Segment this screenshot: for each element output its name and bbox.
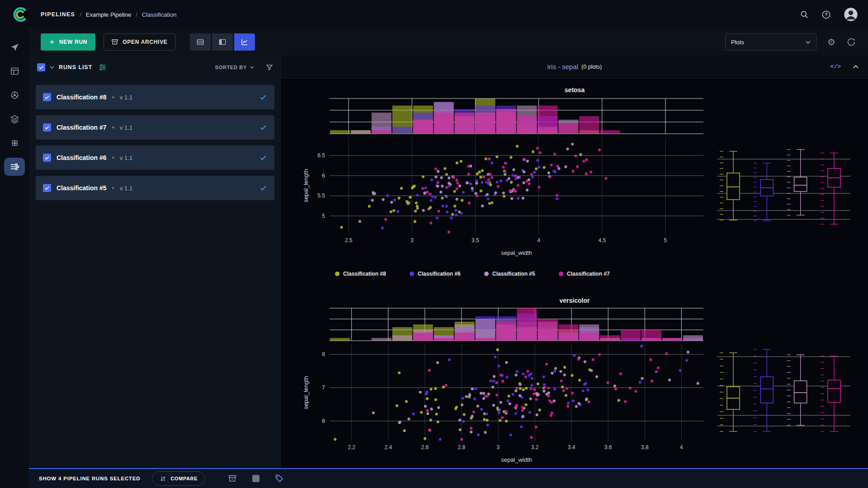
svg-text:Classification #5: Classification #5: [492, 271, 535, 277]
chart-setosa[interactable]: 55.566.52.533.544.55sepal_widthsepal_len…: [294, 80, 855, 290]
svg-text:2.8: 2.8: [458, 444, 466, 450]
svg-text:setosa: setosa: [565, 86, 585, 94]
run-list-item[interactable]: Classification #7 ● v 1.1: [36, 115, 274, 140]
chart-view-toggle[interactable]: [234, 33, 255, 51]
auto-refresh-icon[interactable]: [846, 37, 856, 47]
clearml-logo[interactable]: [10, 5, 30, 24]
breadcrumb: PIPELINES / Example Pipeline / Classific…: [41, 11, 176, 18]
run-version: v 1.1: [120, 124, 132, 131]
table-view-toggle[interactable]: [190, 33, 211, 51]
plots-dropdown-value: Plots: [731, 39, 744, 46]
search-icon[interactable]: [800, 10, 809, 19]
run-separator-dot: ●: [112, 186, 114, 190]
compare-button[interactable]: COMPARE: [152, 471, 205, 486]
run-checkbox[interactable]: [43, 93, 51, 101]
svg-text:Classification #7: Classification #7: [567, 271, 610, 277]
breadcrumb-pipeline[interactable]: Classification: [142, 11, 177, 18]
settings-gear-icon[interactable]: ⚙: [827, 38, 835, 47]
plots-group-count: (0 plots): [581, 64, 602, 70]
compare-label: COMPARE: [170, 476, 198, 481]
run-selected-check-icon: [259, 154, 267, 162]
svg-text:5: 5: [322, 213, 325, 219]
abort-selected-icon[interactable]: [252, 475, 259, 482]
run-selected-check-icon: [259, 184, 267, 192]
plots-area: iris - sepal (0 plots) </> 55.566.52.533…: [281, 55, 868, 468]
runs-panel: RUNS LIST SORTED BY Classification #8 ● …: [29, 55, 281, 468]
sorted-by-control[interactable]: SORTED BY: [215, 65, 254, 70]
chevron-down-icon: [806, 41, 811, 44]
svg-text:Classification #8: Classification #8: [343, 271, 386, 277]
run-label: Classification #7: [57, 124, 107, 131]
svg-text:3.6: 3.6: [604, 444, 612, 450]
sidebar-item-projects[interactable]: [4, 38, 25, 56]
top-header: PIPELINES / Example Pipeline / Classific…: [0, 0, 868, 29]
selected-runs-info[interactable]: SHOW 4 PIPELINE RUNS SELECTED: [39, 476, 140, 481]
breadcrumb-separator: /: [136, 11, 137, 18]
customize-columns-icon[interactable]: [99, 63, 107, 71]
run-selected-check-icon: [259, 93, 267, 101]
svg-text:4: 4: [680, 444, 683, 450]
sorted-by-label: SORTED BY: [215, 65, 247, 70]
runs-panel-header: RUNS LIST SORTED BY: [29, 55, 281, 80]
sidebar-item-datasets[interactable]: [4, 110, 25, 128]
selection-footer: SHOW 4 PIPELINE RUNS SELECTED COMPARE: [29, 468, 868, 488]
embed-code-icon[interactable]: </>: [830, 63, 841, 70]
run-label: Classification #5: [57, 184, 107, 192]
select-all-checkbox[interactable]: [37, 63, 45, 71]
svg-text:3.8: 3.8: [641, 444, 649, 450]
breadcrumb-pipelines[interactable]: PIPELINES: [41, 11, 75, 18]
sidebar-item-dashboard[interactable]: [4, 62, 25, 80]
svg-text:2.2: 2.2: [348, 444, 355, 450]
svg-text:?: ?: [825, 12, 827, 17]
new-run-button[interactable]: NEW RUN: [41, 33, 95, 51]
svg-text:2.6: 2.6: [421, 444, 429, 450]
plots-group-header: iris - sepal (0 plots) </>: [281, 55, 868, 79]
split-view-toggle[interactable]: [212, 33, 233, 51]
run-separator-dot: ●: [112, 155, 114, 160]
help-icon[interactable]: ?: [821, 10, 831, 19]
svg-text:4.5: 4.5: [598, 237, 606, 244]
run-list-item[interactable]: Classification #5 ● v 1.1: [36, 176, 274, 200]
run-label: Classification #8: [57, 94, 107, 101]
run-separator-dot: ●: [112, 95, 114, 99]
svg-text:5.5: 5.5: [317, 192, 325, 199]
plots-dropdown[interactable]: Plots: [725, 33, 816, 51]
user-avatar[interactable]: [844, 7, 858, 22]
svg-text:7: 7: [322, 385, 325, 391]
svg-text:sepal_length: sepal_length: [302, 169, 309, 202]
run-checkbox[interactable]: [43, 154, 51, 162]
archive-icon: [111, 38, 118, 46]
collapse-chevron-icon[interactable]: [853, 65, 859, 69]
filter-icon[interactable]: [266, 64, 273, 71]
app-root: PIPELINES / Example Pipeline / Classific…: [0, 0, 868, 488]
sidebar-item-workers[interactable]: [4, 86, 25, 104]
open-archive-button[interactable]: OPEN ARCHIVE: [104, 33, 175, 51]
svg-text:2.4: 2.4: [384, 444, 392, 450]
svg-text:3.2: 3.2: [531, 444, 539, 450]
run-separator-dot: ●: [112, 125, 114, 130]
svg-text:sepal_width: sepal_width: [501, 249, 532, 256]
plots-group-title: iris - sepal: [547, 63, 578, 70]
chart-versicolor[interactable]: 6782.22.42.62.833.23.43.63.84sepal_width…: [294, 292, 855, 468]
svg-text:3.5: 3.5: [472, 237, 479, 244]
view-toggle-group: [190, 33, 255, 51]
open-archive-label: OPEN ARCHIVE: [123, 39, 167, 45]
tag-selected-icon[interactable]: [275, 474, 284, 483]
run-version: v 1.1: [120, 155, 132, 161]
run-checkbox[interactable]: [43, 123, 51, 131]
svg-text:4: 4: [537, 237, 540, 244]
run-list-item[interactable]: Classification #8 ● v 1.1: [36, 85, 274, 109]
run-version: v 1.1: [120, 185, 132, 192]
archive-selected-icon[interactable]: [228, 474, 237, 483]
run-checkbox[interactable]: [43, 184, 51, 192]
svg-text:5: 5: [664, 237, 667, 244]
breadcrumb-separator: /: [80, 11, 81, 18]
run-list-item[interactable]: Classification #6 ● v 1.1: [36, 145, 274, 170]
run-label: Classification #6: [57, 154, 107, 161]
selection-caret-icon[interactable]: [50, 66, 54, 69]
sidebar-item-models[interactable]: [4, 134, 25, 152]
sidebar-item-pipelines[interactable]: [4, 158, 25, 176]
breadcrumb-project[interactable]: Example Pipeline: [86, 11, 131, 18]
svg-text:sepal_width: sepal_width: [501, 456, 532, 463]
svg-text:3: 3: [497, 444, 500, 450]
